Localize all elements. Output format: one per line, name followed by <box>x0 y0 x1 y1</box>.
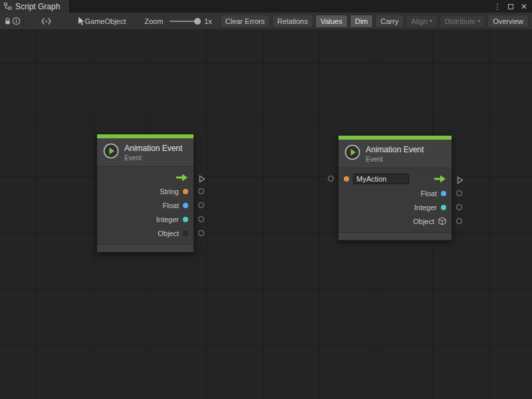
flow-output-row <box>97 170 194 184</box>
zoom-label: Zoom <box>144 17 163 25</box>
string-output-port[interactable] <box>198 188 204 194</box>
string-type-icon <box>344 176 349 182</box>
float-output-port[interactable] <box>456 190 462 196</box>
node-footer <box>97 244 194 252</box>
float-type-icon <box>441 191 446 196</box>
object-output-port[interactable] <box>456 218 462 224</box>
relations-button[interactable]: Relations <box>272 15 313 28</box>
output-row-object: Object <box>97 226 194 240</box>
target-gameobject-label[interactable]: GameObject <box>85 17 126 25</box>
node-body: Float Integer Object <box>338 168 452 232</box>
distribute-dropdown[interactable]: Distribute ▾ <box>440 15 485 28</box>
lock-icon[interactable] <box>3 15 12 27</box>
overview-button[interactable]: Overview <box>487 15 529 28</box>
output-row-integer: Integer <box>97 212 194 226</box>
action-name-field[interactable] <box>353 174 409 184</box>
output-row-float: Float <box>338 186 452 200</box>
object-type-icon <box>183 231 188 236</box>
node-header[interactable]: Animation Event Event <box>338 140 452 168</box>
zoom-slider-handle[interactable] <box>194 18 201 25</box>
output-row-string: String <box>97 184 194 198</box>
node-subtitle: Event <box>124 154 182 162</box>
clear-errors-button[interactable]: Clear Errors <box>220 15 270 28</box>
tab-script-graph[interactable]: Script Graph <box>0 0 70 13</box>
graph-canvas[interactable]: Animation Event Event <box>0 30 532 399</box>
zoom-slider[interactable] <box>170 21 199 22</box>
values-toggle[interactable]: Values <box>315 15 348 28</box>
node-title: Animation Event <box>366 145 424 154</box>
output-row-float: Float <box>97 198 194 212</box>
object-cube-icon <box>438 217 446 225</box>
dim-toggle[interactable]: Dim <box>350 15 374 28</box>
script-graph-window: Script Graph ⋮ ✕ <box>0 0 532 399</box>
carry-toggle[interactable]: Carry <box>375 15 404 28</box>
output-row-integer: Integer <box>338 200 452 214</box>
script-graph-icon <box>4 1 12 13</box>
animation-event-node-1[interactable]: Animation Event Event <box>96 134 194 253</box>
chevron-down-icon: ▾ <box>477 19 480 24</box>
target-cursor-icon <box>78 15 85 27</box>
close-icon[interactable]: ✕ <box>519 1 529 12</box>
integer-type-icon <box>183 217 188 222</box>
zoom-value: 1x <box>204 17 212 25</box>
tab-strip: Script Graph ⋮ ✕ <box>0 0 532 13</box>
flow-output-port[interactable] <box>457 175 464 187</box>
flow-arrow-icon <box>434 175 446 183</box>
event-play-icon <box>344 144 360 163</box>
maximize-icon[interactable] <box>505 1 516 12</box>
window-menu-icon[interactable]: ⋮ <box>492 1 503 12</box>
animation-event-node-2[interactable]: Animation Event Event <box>338 135 452 241</box>
output-row-object: Object <box>338 214 452 228</box>
align-dropdown[interactable]: Align ▾ <box>406 15 437 28</box>
string-type-icon <box>183 189 188 194</box>
integer-type-icon <box>441 205 446 210</box>
node-header[interactable]: Animation Event Event <box>97 138 194 167</box>
object-output-port[interactable] <box>198 230 204 236</box>
node-subtitle: Event <box>366 156 424 163</box>
graph-toolbar: GameObject Zoom 1x Clear Errors Relation… <box>0 13 532 30</box>
chevron-down-icon: ▾ <box>430 19 432 24</box>
name-input-row <box>338 172 452 186</box>
float-output-port[interactable] <box>198 202 204 208</box>
flow-arrow-icon <box>176 174 188 182</box>
integer-output-port[interactable] <box>198 216 204 222</box>
flow-output-port[interactable] <box>199 174 205 186</box>
tab-title: Script Graph <box>15 2 60 11</box>
code-icon[interactable] <box>41 15 51 27</box>
node-title: Animation Event <box>124 144 182 153</box>
info-icon[interactable] <box>12 15 21 27</box>
float-type-icon <box>183 203 188 208</box>
integer-output-port[interactable] <box>456 204 462 210</box>
node-body: String Float Integer Object <box>97 167 194 244</box>
window-controls: ⋮ ✕ <box>492 0 532 13</box>
node-footer <box>338 232 452 240</box>
name-input-port[interactable] <box>328 176 334 182</box>
event-play-icon <box>103 143 119 162</box>
